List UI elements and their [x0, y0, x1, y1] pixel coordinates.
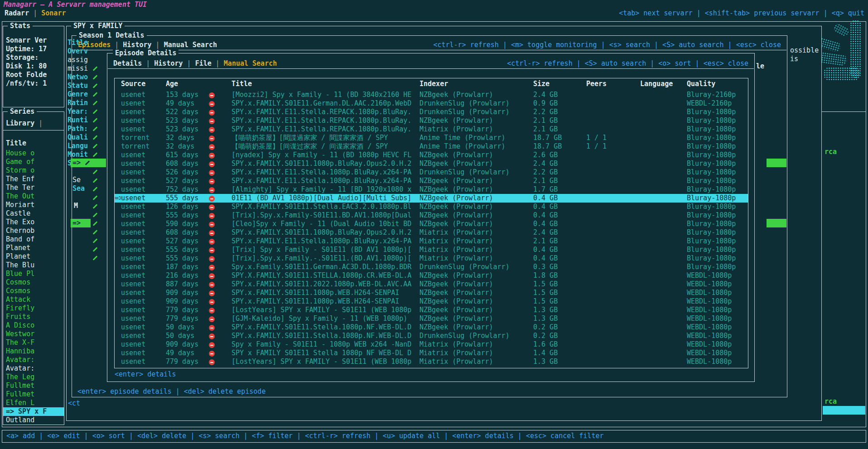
series-list-item[interactable]: Storm o [3, 166, 64, 175]
series-list-item[interactable]: Avatar: [3, 364, 64, 373]
column-header-peers[interactable]: Peers [586, 80, 640, 88]
release-row[interactable]: torrent32 days【喵萌奶茶屋】[間諜過家家 / 間諜家家酒 / SP… [115, 134, 748, 142]
series-list-item[interactable]: The Leg [3, 373, 64, 381]
row-marker [115, 177, 121, 185]
series-list-item[interactable]: Elfen L [3, 399, 64, 407]
release-language [640, 185, 687, 194]
tab-history[interactable]: History [123, 41, 151, 49]
release-row[interactable]: usenet555 days[Trix] Spy x Family - S01E… [115, 246, 748, 254]
series-list-item[interactable]: Cosmos [3, 287, 64, 295]
release-title: SPY.x.FAMILY.S01E11.1080p.WEB.H264-SENPA… [231, 297, 420, 306]
series-list-item[interactable]: The Ter [3, 183, 64, 192]
release-source: usenet [121, 237, 166, 246]
tab-file[interactable]: File [195, 59, 212, 68]
release-size: 1.3 GB [533, 314, 586, 323]
release-row[interactable]: usenet523 daysSPY.x.FAMILY.E11.Stella.RE… [115, 116, 748, 125]
tab-manual-search[interactable]: Manual Search [164, 41, 217, 49]
release-row[interactable]: usenet527 daysSPY.x.FAMILY.E11.Stella.10… [115, 177, 748, 185]
release-size: 2.1 GB [533, 116, 586, 125]
series-list-item[interactable]: Hanniba [3, 347, 64, 356]
release-row[interactable]: usenet49 daysSPY x FAMILY S01E11 Stella … [115, 349, 748, 357]
series-list-item[interactable]: Chernob [3, 227, 64, 235]
row-marker [115, 185, 121, 194]
series-list-item[interactable]: Fruits [3, 313, 64, 321]
release-row[interactable]: =>usenet555 days01E11 (BD AV1 1080p)[Dua… [115, 194, 748, 203]
tab-sonarr[interactable]: Sonarr [41, 9, 66, 17]
tab-library[interactable]: Library [6, 119, 34, 127]
release-row[interactable]: torrent32 days【喵萌奶茶屋】[间谍过家家 / 间谍家家酒 / SP… [115, 142, 748, 151]
series-list-item[interactable]: Outland [3, 416, 64, 425]
column-header-size[interactable]: Size [533, 80, 586, 88]
tab-history[interactable]: History [154, 59, 183, 68]
row-marker [115, 271, 121, 280]
column-header-source[interactable]: Source [121, 80, 166, 88]
release-row[interactable]: usenet126 daysSPY.X.FAMILY.S01E11.Stella… [115, 203, 748, 211]
bottom-keybar: <a> add | <e> edit | <o> sort | <del> de… [6, 432, 604, 440]
release-source: usenet [121, 332, 166, 340]
release-row[interactable]: usenet50 daysSPY.x.FAMILY.S01E11.Stella.… [115, 323, 748, 332]
release-row[interactable]: usenet779 days[LostYears] SPY x FAMILY -… [115, 306, 748, 314]
series-list-item[interactable]: Blue Pl [3, 270, 64, 278]
release-row[interactable]: usenet522 daysSPY.x.FAMILY.E11.Stella.RE… [115, 108, 748, 116]
release-age: 608 days [166, 228, 208, 237]
series-list-item[interactable]: Planet [3, 244, 64, 252]
release-row[interactable]: usenet49 daysSPY.x.FAMILY.S01E11.German.… [115, 99, 748, 108]
release-row[interactable]: usenet779 days[LostYears] SPY x FAMILY -… [115, 357, 748, 366]
series-list-item[interactable]: A Disco [3, 321, 64, 330]
column-header-title[interactable]: Title [231, 80, 420, 88]
series-column-header[interactable]: Title [6, 139, 26, 148]
release-row[interactable]: usenet608 daysSPY.x.FAMILY.S01E11.1080p.… [115, 159, 748, 168]
column-header-language[interactable]: Language [640, 80, 687, 88]
series-list-item[interactable]: Avatar: [3, 356, 64, 364]
column-header-age[interactable]: Age [166, 80, 208, 88]
series-list-item[interactable]: Westwor [3, 330, 64, 338]
series-list-item[interactable]: Cosmos [3, 278, 64, 287]
series-list-item[interactable]: Attack [3, 295, 64, 304]
tab-details[interactable]: Details [113, 59, 142, 68]
series-list-item[interactable]: Firefly [3, 304, 64, 313]
series-list-item[interactable]: Fullmet [3, 390, 64, 399]
release-row[interactable]: usenet216 daysSPY.X.FAMILY.S01E11.STELLA… [115, 271, 748, 280]
series-list-item[interactable]: House o [3, 149, 64, 158]
series-list-item[interactable]: Planet [3, 252, 64, 261]
release-row[interactable]: usenet615 days[nyadex] Spy x Family - 11… [115, 151, 748, 159]
release-row[interactable]: usenet909 daysSPY.x.FAMILY.S01E11.1080p.… [115, 289, 748, 297]
release-language [640, 340, 687, 349]
release-row[interactable]: usenet50 daysSPY.x.FAMILY.S01E11.Stella.… [115, 332, 748, 340]
release-row[interactable]: usenet153 days[Moozzi2] Spy x Family - 1… [115, 91, 748, 99]
release-row[interactable]: usenet523 daysSPY.x.FAMILY.E11.Stella.RE… [115, 125, 748, 134]
series-panel: Series Library | Title House oGame ofSto… [3, 111, 64, 425]
release-row[interactable]: usenet779 days[GJM-Kaleido] Spy x Family… [115, 314, 748, 323]
series-list-item[interactable]: Castle [3, 209, 64, 218]
release-indexer: DrunkenSlug (Prowlarr) [420, 332, 533, 340]
series-list-item[interactable]: The X-F [3, 338, 64, 347]
release-row[interactable]: usenet752 days[Almighty] Spy x Family - … [115, 185, 748, 194]
release-row[interactable]: usenet608 daysSPY.x.FAMILY.S01E11.1080p.… [115, 228, 748, 237]
series-list-item[interactable]: Fullmet [3, 381, 64, 390]
release-reject-cell [208, 159, 231, 168]
series-list-item[interactable]: The Enf [3, 175, 64, 183]
tab-radarr[interactable]: Radarr [5, 9, 29, 17]
release-row[interactable]: usenet555 days[Trix].Spy.x.Family-S01E11… [115, 211, 748, 220]
release-row[interactable]: usenet887 daysSPY.x.FAMILY.S01E11.2022.1… [115, 280, 748, 289]
column-header-quality[interactable]: Quality [687, 80, 748, 88]
release-row[interactable]: usenet590 days[Cleo]Spy x Family - 11 (D… [115, 220, 748, 228]
series-list-item[interactable]: Band of [3, 235, 64, 244]
series-list-item[interactable]: The Out [3, 192, 64, 201]
column-header-rejected[interactable] [208, 80, 231, 88]
release-quality: WEBDL-1080p [687, 297, 748, 306]
release-row[interactable]: usenet187 daysSpy.x.Family.S01E11.German… [115, 263, 748, 271]
release-row[interactable]: usenet527 daysSPY.x.FAMILY.E11.Stella.10… [115, 237, 748, 246]
release-row[interactable]: usenet909 daysSpy x Family - S01E11 - 10… [115, 340, 748, 349]
release-quality: Bluray-1080p [687, 263, 748, 271]
column-header-indexer[interactable]: Indexer [420, 80, 533, 88]
series-list-item[interactable]: Moriart [3, 201, 64, 209]
series-list-item[interactable]: => SPY x F [3, 407, 64, 416]
release-row[interactable]: usenet555 days[Trix].Spy.x.Family.-.S01E… [115, 254, 748, 263]
series-list-item[interactable]: The Exo [3, 218, 64, 227]
release-row[interactable]: usenet526 daysSPY.x.FAMILY.E11.Stella.10… [115, 168, 748, 177]
release-row[interactable]: usenet909 daysSPY.x.FAMILY.S01E11.1080p.… [115, 297, 748, 306]
series-list-item[interactable]: Game of [3, 158, 64, 166]
series-list-item[interactable]: The Blu [3, 261, 64, 270]
tab-manual-search[interactable]: Manual Search [224, 59, 277, 68]
